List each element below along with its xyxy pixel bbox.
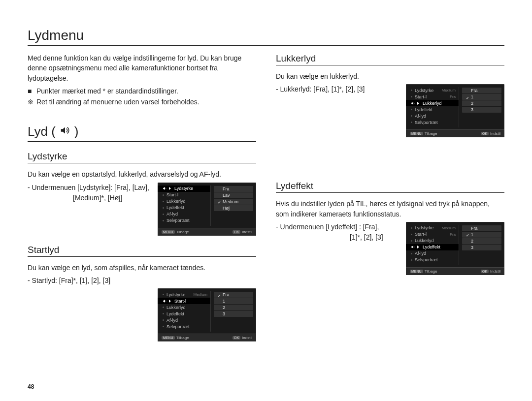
menu-item[interactable]: Selvportræt <box>158 217 210 224</box>
back-label[interactable]: Tilbage <box>176 336 189 340</box>
menu-item[interactable]: LydstyrkeMedium <box>406 87 459 93</box>
bullet-icon <box>411 240 412 242</box>
bullet-icon <box>411 234 412 235</box>
menu-item[interactable]: Lydeffekt <box>158 310 210 317</box>
menu-item[interactable]: Lukkerlyd <box>406 238 459 244</box>
back-label[interactable]: Tilbage <box>425 269 437 274</box>
lyd-heading-pre: Lyd ( <box>28 124 56 139</box>
menu-option[interactable]: 2 <box>462 100 501 106</box>
bullet-icon <box>411 96 412 97</box>
set-label[interactable]: Indstil <box>242 230 252 234</box>
speaker-icon <box>59 124 71 139</box>
menu-tag: MENU <box>162 230 175 234</box>
bullet-icon <box>163 214 164 215</box>
ok-tag: OK <box>481 270 489 273</box>
startlyd-desc: Du kan vælge en lyd, som afspilles, når … <box>28 263 256 273</box>
bullet-icon <box>163 307 164 308</box>
speaker-small-icon <box>163 299 167 304</box>
menu-option[interactable]: 1 <box>462 232 501 238</box>
bullet-icon <box>411 109 412 110</box>
check-icon <box>466 95 469 99</box>
arrow-right-icon <box>169 300 171 303</box>
bullet-icon <box>163 201 164 202</box>
note-default: Punkter mærket med * er standardindstill… <box>28 86 256 97</box>
lukkerlyd-lcd: LydstyrkeMediumStart-lFraLukkerlydLydeff… <box>406 84 504 137</box>
menu-option[interactable]: Fra <box>214 186 253 192</box>
menu-item[interactable]: Lydeffekt <box>406 244 459 250</box>
back-label[interactable]: Tilbage <box>176 230 189 234</box>
menu-item[interactable]: Start-l <box>158 192 210 198</box>
lukkerlyd-submenu: - Lukkerlyd: [Fra], [1]*, [2], [3] <box>276 84 400 94</box>
menu-item[interactable]: Selvportræt <box>158 323 210 330</box>
bullet-icon <box>411 122 412 123</box>
lydstyrke-desc: Du kan vælge en opstartslyd, lukkerlyd, … <box>28 169 256 179</box>
notes-list: Punkter mærket med * er standardindstill… <box>28 86 256 107</box>
menu-item[interactable]: Lydeffekt <box>406 106 459 113</box>
menu-item[interactable]: Lukkerlyd <box>158 198 210 205</box>
menu-item[interactable]: Af-lyd <box>406 113 459 119</box>
menu-item[interactable]: Af-lyd <box>158 317 210 323</box>
bullet-icon <box>163 326 164 327</box>
lydeffekt-lcd: LydstyrkeMediumStart-lFraLukkerlydLydeff… <box>406 222 504 275</box>
menu-tag: MENU <box>162 336 175 339</box>
left-column: Med denne funktion kan du vælge indstill… <box>28 53 256 341</box>
bullet-icon <box>411 253 412 254</box>
menu-tag: MENU <box>410 270 423 273</box>
menu-item[interactable]: Start-lFra <box>406 93 459 100</box>
bullet-icon <box>163 313 164 314</box>
bullet-icon <box>163 194 164 196</box>
check-icon <box>218 293 221 297</box>
speaker-small-icon <box>411 245 416 249</box>
set-label[interactable]: Indstil <box>490 269 500 274</box>
menu-option[interactable]: Fra <box>462 88 501 93</box>
page-title: Lydmenu <box>28 28 504 46</box>
arrow-right-icon <box>169 187 171 190</box>
menu-option[interactable]: 1 <box>462 94 501 100</box>
bullet-icon <box>411 259 412 261</box>
menu-item[interactable]: Selvportræt <box>406 257 459 263</box>
lcd-footer: MENUTilbageOKIndstil <box>406 129 504 137</box>
menu-option[interactable]: Fra <box>462 225 501 231</box>
menu-item[interactable]: Start-lFra <box>406 231 459 238</box>
menu-option[interactable]: Høj <box>214 205 253 211</box>
menu-item[interactable]: Lydstyrke <box>158 185 210 192</box>
check-icon <box>218 200 221 203</box>
ok-tag: OK <box>233 230 240 234</box>
menu-option[interactable]: 3 <box>462 245 501 250</box>
menu-option[interactable]: Lav <box>214 192 253 198</box>
menu-item[interactable]: Selvportræt <box>406 119 459 125</box>
menu-item[interactable]: Lydeffekt <box>158 205 210 211</box>
speaker-small-icon <box>163 186 167 191</box>
lyd-heading-post: ) <box>74 124 79 139</box>
lydstyrke-lcd: LydstyrkeStart-lLukkerlydLydeffektAf-lyd… <box>158 183 256 236</box>
menu-item[interactable]: Lukkerlyd <box>158 304 210 310</box>
bullet-icon <box>163 220 164 221</box>
menu-option[interactable]: 3 <box>462 107 501 113</box>
menu-tag: MENU <box>410 132 423 135</box>
menu-item[interactable]: Start-l <box>158 298 210 304</box>
bullet-icon <box>411 90 412 91</box>
menu-option[interactable]: Fra <box>214 292 253 298</box>
bullet-icon <box>411 115 412 117</box>
menu-option[interactable]: Medium <box>214 199 253 205</box>
lcd-footer: MENUTilbageOKIndstil <box>158 228 256 236</box>
menu-option[interactable]: 2 <box>214 305 253 310</box>
lydeffekt-submenu: - Undermenuen [Lydeffekt] : [Fra], [1]*,… <box>276 222 400 243</box>
note-disclaimer: Ret til ændring af menuerne uden varsel … <box>28 97 256 108</box>
menu-option[interactable]: 2 <box>462 238 501 244</box>
ok-tag: OK <box>481 132 489 135</box>
lydeffekt-heading: Lydeffekt <box>276 181 504 193</box>
menu-option[interactable]: 3 <box>214 311 253 317</box>
menu-item[interactable]: Af-lyd <box>406 250 459 257</box>
menu-item[interactable]: Af-lyd <box>158 211 210 217</box>
menu-item[interactable]: LydstyrkeMedium <box>406 225 459 231</box>
ok-tag: OK <box>233 336 240 339</box>
menu-item[interactable]: Lukkerlyd <box>406 100 459 106</box>
set-label[interactable]: Indstil <box>242 336 252 340</box>
menu-item[interactable]: LydstyrkeMedium <box>158 291 210 298</box>
back-label[interactable]: Tilbage <box>425 131 437 136</box>
bullet-icon <box>411 227 412 229</box>
menu-option[interactable]: 1 <box>214 298 253 304</box>
set-label[interactable]: Indstil <box>490 131 500 136</box>
speaker-small-icon <box>411 101 416 106</box>
